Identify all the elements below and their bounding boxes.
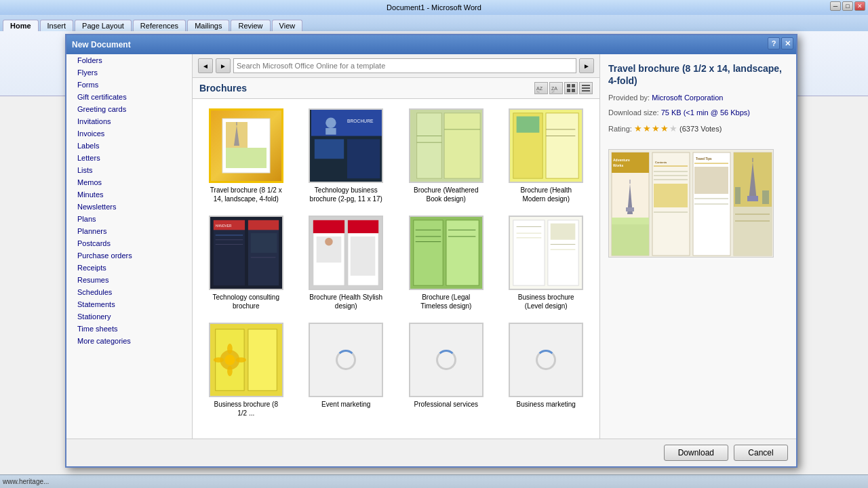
sidebar-item-statements[interactable]: Statements bbox=[66, 298, 192, 310]
sort-za-btn[interactable]: ZA ↓↑ bbox=[549, 82, 563, 94]
word-minimize-btn[interactable]: ─ bbox=[830, 1, 841, 11]
template-item-bizlevel[interactable]: Business brochure (Level design) bbox=[500, 213, 593, 313]
search-input[interactable] bbox=[237, 62, 573, 70]
svg-point-76 bbox=[227, 344, 233, 354]
template-label-bizmkt: Business marketing bbox=[517, 400, 576, 409]
svg-rect-49 bbox=[313, 220, 344, 233]
sidebar: Folders Flyers Forms Gift certificates G… bbox=[66, 54, 193, 439]
template-item-healthsty[interactable]: Brochure (Health Stylish design) bbox=[300, 213, 393, 313]
sidebar-item-more[interactable]: More categories bbox=[66, 335, 192, 347]
tab-insert[interactable]: Insert bbox=[40, 20, 74, 31]
ribbon-tabs: Home Insert Page Layout References Maili… bbox=[0, 15, 868, 31]
sidebar-item-purchase[interactable]: Purchase orders bbox=[66, 249, 192, 262]
sidebar-item-gift[interactable]: Gift certificates bbox=[66, 91, 192, 103]
sidebar-item-stationery[interactable]: Stationery bbox=[66, 310, 192, 323]
word-titlebar: Document1 - Microsoft Word ─ □ ✕ bbox=[0, 0, 868, 15]
sidebar-item-receipts[interactable]: Receipts bbox=[66, 262, 192, 274]
provider-label: Provided by: bbox=[608, 94, 650, 102]
dialog-title: New Document bbox=[72, 40, 131, 49]
template-thumb-biz8 bbox=[209, 323, 283, 397]
sidebar-item-greeting[interactable]: Greeting cards bbox=[66, 103, 192, 115]
svg-text:HANOVER: HANOVER bbox=[215, 224, 231, 228]
tab-home[interactable]: Home bbox=[3, 20, 39, 31]
search-back-btn[interactable]: ◄ bbox=[198, 58, 213, 73]
word-maximize-btn[interactable]: □ bbox=[842, 1, 853, 11]
search-input-wrap bbox=[233, 58, 576, 73]
sidebar-item-postcards[interactable]: Postcards bbox=[66, 237, 192, 249]
template-item-profsvc[interactable]: Professional services bbox=[399, 320, 493, 420]
svg-rect-109 bbox=[735, 187, 741, 204]
sidebar-item-forms[interactable]: Forms bbox=[66, 79, 192, 91]
sidebar-item-folders[interactable]: Folders bbox=[66, 54, 192, 66]
view-list-icon bbox=[581, 83, 591, 93]
template-item-event[interactable]: Event marketing bbox=[300, 320, 393, 420]
search-forward-btn[interactable]: ► bbox=[216, 58, 231, 73]
cancel-button[interactable]: Cancel bbox=[734, 445, 788, 461]
template-item-techcon[interactable]: HANOVER Technology consulting brochure bbox=[199, 213, 293, 313]
download-size-label: Download size: bbox=[608, 108, 659, 117]
tab-view[interactable]: View bbox=[272, 20, 303, 31]
svg-rect-36 bbox=[214, 220, 245, 285]
template-item-health[interactable]: Brochure (Health Modern design) bbox=[500, 106, 593, 206]
right-panel-provider: Provided by: Microsoft Corporation bbox=[608, 92, 788, 104]
loading-spinner-event bbox=[336, 350, 356, 370]
loading-spinner-bizmkt bbox=[536, 350, 556, 370]
word-close-btn[interactable]: ✕ bbox=[854, 1, 865, 11]
sidebar-item-minutes[interactable]: Minutes bbox=[66, 188, 192, 201]
template-item-bizmkt[interactable]: Business marketing bbox=[500, 320, 593, 420]
right-panel-rating: Rating: ★★★★★ (6373 Votes) bbox=[608, 122, 788, 136]
sidebar-item-memos[interactable]: Memos bbox=[66, 176, 192, 188]
sidebar-item-newsletters[interactable]: Newsletters bbox=[66, 201, 192, 213]
template-item-travel[interactable]: Travel brochure (8 1/2 x 14, landscape, … bbox=[199, 106, 293, 206]
status-text: www.heritage... bbox=[3, 478, 49, 485]
sidebar-item-lists[interactable]: Lists bbox=[66, 164, 192, 176]
provider-value: Microsoft Corporation bbox=[652, 94, 723, 102]
tab-mailings[interactable]: Mailings bbox=[187, 20, 229, 31]
dialog-close-btn[interactable]: ✕ bbox=[781, 37, 793, 49]
svg-rect-19 bbox=[347, 139, 380, 178]
svg-rect-21 bbox=[326, 128, 336, 135]
sidebar-item-timesheets[interactable]: Time sheets bbox=[66, 323, 192, 335]
section-title: Brochures bbox=[199, 83, 247, 94]
tab-references[interactable]: References bbox=[133, 20, 186, 31]
template-thumb-healthsty bbox=[309, 216, 383, 290]
thumb-health-svg bbox=[510, 108, 582, 183]
sidebar-item-flyers[interactable]: Flyers bbox=[66, 66, 192, 79]
rating-stars: ★★★★ bbox=[634, 123, 669, 134]
svg-text:Works: Works bbox=[613, 163, 623, 167]
svg-point-78 bbox=[214, 357, 224, 363]
view-large-btn[interactable] bbox=[564, 82, 578, 94]
template-thumb-legal bbox=[409, 216, 484, 290]
svg-rect-92 bbox=[612, 224, 649, 256]
template-grid: Travel brochure (8 1/2 x 14, landscape, … bbox=[199, 106, 593, 420]
dialog-help-btn[interactable]: ? bbox=[768, 37, 780, 49]
sidebar-item-planners[interactable]: Planners bbox=[66, 225, 192, 237]
tab-pagelayout[interactable]: Page Layout bbox=[75, 20, 132, 31]
template-thumb-health bbox=[509, 108, 583, 183]
svg-point-20 bbox=[326, 118, 336, 128]
template-item-tech[interactable]: BROCHURE Technology business brochure (2… bbox=[300, 106, 393, 206]
svg-rect-5 bbox=[572, 84, 575, 87]
tab-review[interactable]: Review bbox=[231, 20, 270, 31]
section-header: Brochures AZ ↑↓ ZA ↓↑ bbox=[193, 78, 599, 99]
template-grid-wrap: Travel brochure (8 1/2 x 14, landscape, … bbox=[193, 99, 599, 439]
sidebar-item-invoices[interactable]: Invoices bbox=[66, 127, 192, 140]
sidebar-item-plans[interactable]: Plans bbox=[66, 213, 192, 225]
sort-az-icon: AZ ↑↓ bbox=[536, 83, 546, 93]
search-bar: ◄ ► ► bbox=[193, 54, 599, 78]
sidebar-item-invitations[interactable]: Invitations bbox=[66, 115, 192, 127]
template-item-weathered[interactable]: Brochure (Weathered Book design) bbox=[399, 106, 493, 206]
search-go-btn[interactable]: ► bbox=[579, 58, 594, 73]
sort-az-btn[interactable]: AZ ↑↓ bbox=[534, 82, 548, 94]
download-button[interactable]: Download bbox=[664, 445, 728, 461]
sidebar-item-letters[interactable]: Letters bbox=[66, 152, 192, 164]
sidebar-item-resumes[interactable]: Resumes bbox=[66, 274, 192, 286]
thumb-tech-bg: BROCHURE bbox=[310, 110, 382, 182]
sidebar-item-schedules[interactable]: Schedules bbox=[66, 286, 192, 298]
svg-rect-102 bbox=[694, 167, 728, 194]
sidebar-item-labels[interactable]: Labels bbox=[66, 140, 192, 152]
template-item-legal[interactable]: Brochure (Legal Timeless design) bbox=[399, 213, 493, 313]
svg-rect-10 bbox=[582, 90, 590, 92]
template-item-biz8[interactable]: Business brochure (8 1/2 ... bbox=[199, 320, 293, 420]
view-list-btn[interactable] bbox=[579, 82, 593, 94]
